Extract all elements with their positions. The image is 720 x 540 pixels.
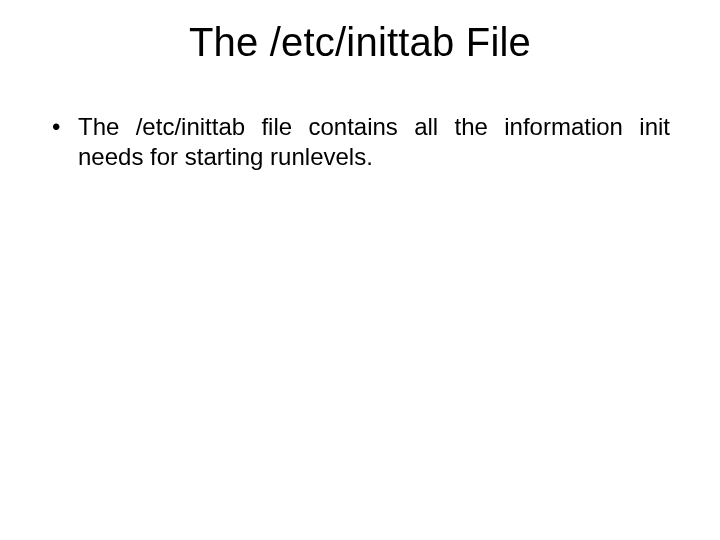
bullet-item: • The /etc/inittab file contains all the… bbox=[50, 112, 670, 172]
slide: The /etc/inittab File • The /etc/inittab… bbox=[0, 0, 720, 540]
slide-title: The /etc/inittab File bbox=[0, 20, 720, 65]
bullet-text: The /etc/inittab file contains all the i… bbox=[78, 112, 670, 172]
slide-body: • The /etc/inittab file contains all the… bbox=[50, 112, 670, 172]
bullet-marker: • bbox=[50, 112, 78, 142]
